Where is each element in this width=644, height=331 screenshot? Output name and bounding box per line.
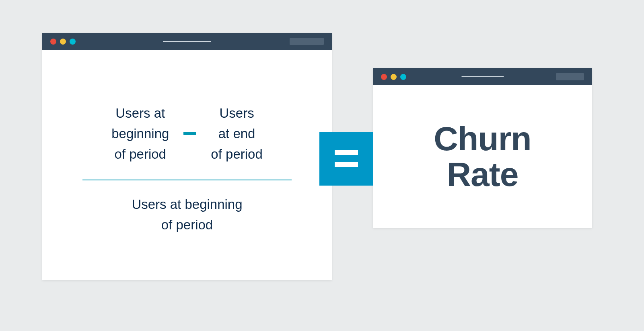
- formula-window: Users at beginning of period Users at en…: [42, 33, 332, 280]
- titlebar-address-line: [461, 76, 504, 77]
- close-icon: [381, 74, 387, 80]
- minus-icon: [183, 132, 196, 135]
- equals-bar-top: [335, 150, 358, 155]
- close-icon: [50, 39, 56, 45]
- maximize-icon: [400, 74, 406, 80]
- formula-numerator: Users at beginning of period Users at en…: [66, 103, 308, 164]
- titlebar-address-line: [163, 41, 211, 42]
- titlebar-right-chip: [290, 38, 324, 45]
- window-titlebar: [373, 68, 592, 85]
- result-label: Churn Rate: [434, 121, 531, 192]
- formula-body: Users at beginning of period Users at en…: [42, 50, 332, 280]
- numerator-left-term: Users at beginning of period: [111, 103, 169, 164]
- numerator-right-term: Users at end of period: [211, 103, 262, 164]
- minimize-icon: [391, 74, 397, 80]
- titlebar-right-chip: [556, 73, 584, 80]
- formula-denominator: Users at beginning of period: [132, 194, 242, 235]
- diagram-stage: Users at beginning of period Users at en…: [0, 0, 644, 331]
- window-controls: [381, 74, 406, 80]
- maximize-icon: [70, 39, 76, 45]
- minimize-icon: [60, 39, 66, 45]
- result-window: Churn Rate: [373, 68, 592, 228]
- equals-bar-bottom: [335, 162, 358, 167]
- equals-icon: [319, 132, 373, 186]
- window-controls: [50, 39, 76, 45]
- result-body: Churn Rate: [373, 85, 592, 228]
- window-titlebar: [42, 33, 332, 50]
- division-line: [82, 180, 292, 180]
